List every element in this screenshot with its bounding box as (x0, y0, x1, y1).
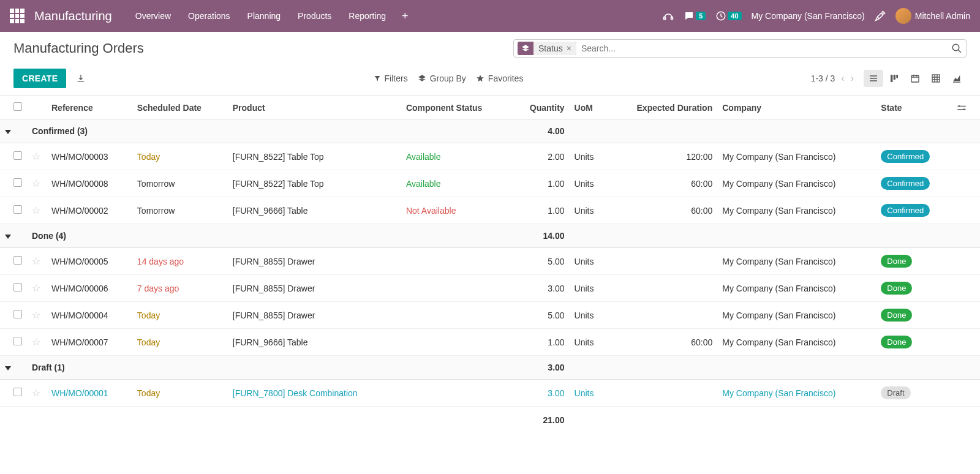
cell-product: [FURN_9666] Table (228, 329, 401, 356)
nav-overview[interactable]: Overview (127, 6, 179, 26)
row-checkbox[interactable] (13, 337, 22, 345)
row-checkbox[interactable] (13, 256, 22, 265)
cell-uom: Units (570, 170, 608, 197)
table-row[interactable]: ☆ WH/MO/00007 Today [FURN_9666] Table 1.… (0, 329, 980, 356)
support-icon[interactable] (663, 10, 674, 21)
search-input[interactable] (576, 41, 951, 56)
nav-operations[interactable]: Operations (179, 6, 238, 26)
cell-product: [FURN_7800] Desk Combination (228, 380, 401, 407)
nav-planning[interactable]: Planning (239, 6, 290, 26)
import-button[interactable] (76, 73, 86, 83)
col-quantity[interactable]: Quantity (512, 96, 570, 119)
columns-settings-icon[interactable] (957, 103, 967, 113)
cell-scheduled: Tomorrow (132, 170, 228, 197)
star-icon[interactable]: ☆ (32, 205, 40, 216)
search-box[interactable]: Status × (513, 39, 967, 58)
control-panel: CREATE Filters Group By Favorites 1-3 / … (0, 61, 980, 96)
favorites-button[interactable]: Favorites (476, 73, 524, 83)
col-uom[interactable]: UoM (570, 96, 608, 119)
activities-button[interactable]: 40 (715, 10, 741, 21)
search-icon[interactable] (951, 43, 962, 54)
cell-uom: Units (570, 275, 608, 302)
row-checkbox[interactable] (13, 178, 22, 187)
cell-qty: 5.00 (512, 302, 570, 329)
group-label: Confirmed (3) (27, 119, 512, 143)
row-checkbox[interactable] (13, 310, 22, 318)
star-icon[interactable]: ☆ (32, 310, 40, 320)
svg-rect-4 (911, 75, 919, 82)
filters-button[interactable]: Filters (374, 73, 408, 83)
col-scheduled[interactable]: Scheduled Date (132, 96, 228, 119)
view-calendar[interactable] (905, 70, 925, 87)
cell-uom: Units (570, 302, 608, 329)
col-expected[interactable]: Expected Duration (607, 96, 717, 119)
cell-state: Confirmed (876, 197, 952, 224)
table-row[interactable]: ☆ WH/MO/00003 Today [FURN_8522] Table To… (0, 143, 980, 170)
group-header[interactable]: Done (4) 14.00 (0, 224, 980, 248)
cell-scheduled: 7 days ago (132, 275, 228, 302)
company-selector[interactable]: My Company (San Francisco) (752, 11, 865, 21)
nav-products[interactable]: Products (289, 6, 340, 26)
table-row[interactable]: ☆ WH/MO/00004 Today [FURN_8855] Drawer 5… (0, 302, 980, 329)
table-row[interactable]: ☆ WH/MO/00001 Today [FURN_7800] Desk Com… (0, 380, 980, 407)
layers-icon (518, 42, 533, 55)
col-component-status[interactable]: Component Status (401, 96, 512, 119)
view-pivot[interactable] (926, 70, 946, 87)
cell-scheduled: Today (132, 329, 228, 356)
apps-icon[interactable] (10, 9, 24, 23)
cell-qty: 1.00 (512, 197, 570, 224)
cell-reference: WH/MO/00001 (47, 380, 132, 407)
table-row[interactable]: ☆ WH/MO/00006 7 days ago [FURN_8855] Dra… (0, 275, 980, 302)
row-checkbox[interactable] (13, 283, 22, 292)
select-all-checkbox[interactable] (13, 102, 22, 111)
chip-text: Status (538, 43, 563, 53)
group-header[interactable]: Confirmed (3) 4.00 (0, 119, 980, 143)
app-title[interactable]: Manufacturing (34, 9, 112, 23)
pager-next[interactable]: › (851, 73, 854, 84)
user-menu[interactable]: Mitchell Admin (895, 8, 970, 24)
row-checkbox[interactable] (13, 151, 22, 160)
tools-icon[interactable] (875, 10, 886, 21)
group-label: Draft (1) (27, 356, 512, 380)
group-qty: 14.00 (512, 224, 570, 248)
row-checkbox[interactable] (13, 205, 22, 214)
cell-qty: 2.00 (512, 143, 570, 170)
chip-remove[interactable]: × (567, 43, 571, 53)
group-header[interactable]: Draft (1) 3.00 (0, 356, 980, 380)
nav-reporting[interactable]: Reporting (340, 6, 394, 26)
cell-duration (607, 302, 717, 329)
cell-state: Draft (876, 380, 952, 407)
messages-button[interactable]: 5 (684, 10, 706, 21)
cell-duration: 60:00 (607, 197, 717, 224)
cell-duration: 120:00 (607, 143, 717, 170)
cell-component-status: Available (401, 143, 512, 170)
row-checkbox[interactable] (13, 388, 22, 396)
groupby-button[interactable]: Group By (418, 73, 466, 83)
star-icon[interactable]: ☆ (32, 151, 40, 162)
col-product[interactable]: Product (228, 96, 401, 119)
view-kanban[interactable] (884, 70, 904, 87)
star-icon[interactable]: ☆ (32, 337, 40, 347)
create-button[interactable]: CREATE (13, 69, 66, 88)
cell-company: My Company (San Francisco) (717, 170, 876, 197)
star-icon[interactable]: ☆ (32, 178, 40, 189)
col-company[interactable]: Company (717, 96, 876, 119)
pager-text: 1-3 / 3 (811, 73, 835, 83)
avatar (895, 8, 911, 24)
pager-prev[interactable]: ‹ (841, 73, 844, 84)
star-icon[interactable]: ☆ (32, 283, 40, 293)
table-row[interactable]: ☆ WH/MO/00005 14 days ago [FURN_8855] Dr… (0, 248, 980, 275)
star-icon[interactable]: ☆ (32, 388, 40, 398)
col-reference[interactable]: Reference (47, 96, 132, 119)
table-row[interactable]: ☆ WH/MO/00008 Tomorrow [FURN_8522] Table… (0, 170, 980, 197)
table-row[interactable]: ☆ WH/MO/00002 Tomorrow [FURN_9666] Table… (0, 197, 980, 224)
favorites-label: Favorites (488, 73, 524, 83)
view-list[interactable] (864, 70, 883, 87)
col-state[interactable]: State (876, 96, 952, 119)
new-tab-button[interactable]: + (394, 5, 416, 28)
star-icon[interactable]: ☆ (32, 256, 40, 266)
view-graph[interactable] (947, 70, 967, 87)
cell-qty: 1.00 (512, 170, 570, 197)
svg-point-3 (952, 44, 959, 51)
filter-chip-status[interactable]: Status × (518, 42, 576, 55)
